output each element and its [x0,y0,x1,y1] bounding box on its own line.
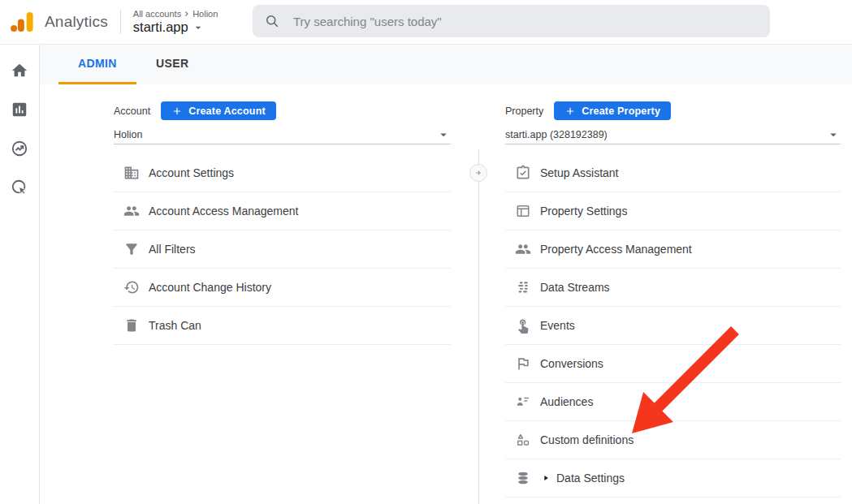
account-selected-value: Holion [114,129,142,140]
menu-item-conversions[interactable]: Conversions [505,345,841,383]
nav-item-reports[interactable] [11,101,28,118]
building-icon [123,165,140,181]
menu-item-property-access-management[interactable]: Property Access Management [505,230,841,269]
google-analytics-logo-icon [8,8,36,36]
account-switcher-label: starti.app [133,19,188,35]
menu-item-data-settings[interactable]: Data Settings [505,459,841,498]
chevron-down-icon [192,21,205,34]
search-icon [264,13,280,29]
menu-item-events[interactable]: Events [505,307,841,345]
account-menu: Account Settings Account Access Manageme… [114,154,451,345]
streams-icon [515,279,531,295]
advertising-icon [11,185,28,199]
account-column-header: Account Create Account [114,101,276,120]
tab-bar: ADMIN USER [40,45,852,84]
app-header: Analytics All accounts Holion starti.app [0,0,852,45]
property-selector-dropdown[interactable]: starti.app (328192389) [505,126,841,144]
column-divider [478,150,479,504]
collapse-column-button[interactable] [469,164,487,182]
menu-item-trash-can[interactable]: Trash Can [114,307,451,345]
dropdown-arrow-icon [436,127,451,142]
nav-item-advertising[interactable] [11,179,28,196]
people-icon [515,241,531,257]
menu-item-data-streams[interactable]: Data Streams [505,269,841,307]
chevron-right-icon [182,9,192,19]
create-account-label: Create Account [188,106,266,117]
home-icon [11,68,28,82]
tab-admin[interactable]: ADMIN [58,45,136,84]
explore-icon [11,146,28,160]
nav-item-explore[interactable] [11,140,28,157]
menu-item-account-access-management[interactable]: Account Access Management [114,192,451,230]
menu-item-account-change-history[interactable]: Account Change History [114,269,451,307]
logo-area[interactable]: Analytics [8,8,108,36]
breadcrumb-parent: All accounts [133,9,181,19]
property-menu: Setup Assistant Property Settings Proper… [505,154,841,498]
breadcrumb: All accounts Holion [133,9,218,19]
property-column-label: Property [505,106,543,117]
plus-icon [171,106,183,117]
menu-item-property-settings[interactable]: Property Settings [505,192,841,230]
account-column: Account Create Account Holion [114,84,451,504]
account-selector-dropdown[interactable]: Holion [114,126,451,144]
create-account-button[interactable]: Create Account [161,101,276,120]
create-property-button[interactable]: Create Property [554,101,671,120]
menu-item-all-filters[interactable]: All Filters [114,230,451,269]
search-bar[interactable] [253,5,770,37]
account-column-label: Account [114,106,150,117]
property-column-header: Property Create Property [505,101,671,120]
menu-item-custom-definitions[interactable]: Custom definitions [505,421,841,459]
layout-icon [515,203,531,219]
plus-icon [564,106,576,117]
people-icon [123,203,140,219]
create-property-label: Create Property [582,106,660,117]
expand-arrow-icon[interactable] [542,474,550,482]
touch-icon [515,317,531,334]
property-selected-value: starti.app (328192389) [505,129,608,140]
person-list-icon [515,394,531,410]
product-name: Analytics [45,13,108,31]
database-icon [515,470,531,486]
filter-icon [123,241,140,257]
dropdown-arrow-icon [826,127,841,142]
nav-item-home[interactable] [11,62,28,80]
ga-admin-app: Analytics All accounts Holion starti.app [0,0,852,504]
flag-icon [515,355,531,372]
shapes-icon [515,432,531,448]
account-switcher[interactable]: All accounts Holion starti.app [133,9,218,35]
menu-item-account-settings[interactable]: Account Settings [114,154,451,192]
header-divider [120,10,121,34]
history-icon [123,279,140,295]
trash-icon [123,317,140,334]
search-input[interactable] [292,14,759,29]
clipboard-check-icon [515,165,531,181]
arrow-right-icon [473,167,484,179]
admin-content: Account Create Account Holion [40,84,852,504]
menu-item-setup-assistant[interactable]: Setup Assistant [505,154,841,192]
account-switcher-value: starti.app [133,19,218,35]
left-nav [0,45,40,504]
breadcrumb-current: Holion [192,9,218,19]
tab-user[interactable]: USER [136,45,209,84]
menu-item-audiences[interactable]: Audiences [505,383,841,421]
reports-icon [11,107,28,121]
property-column: Property Create Property starti.app (328… [505,84,841,504]
